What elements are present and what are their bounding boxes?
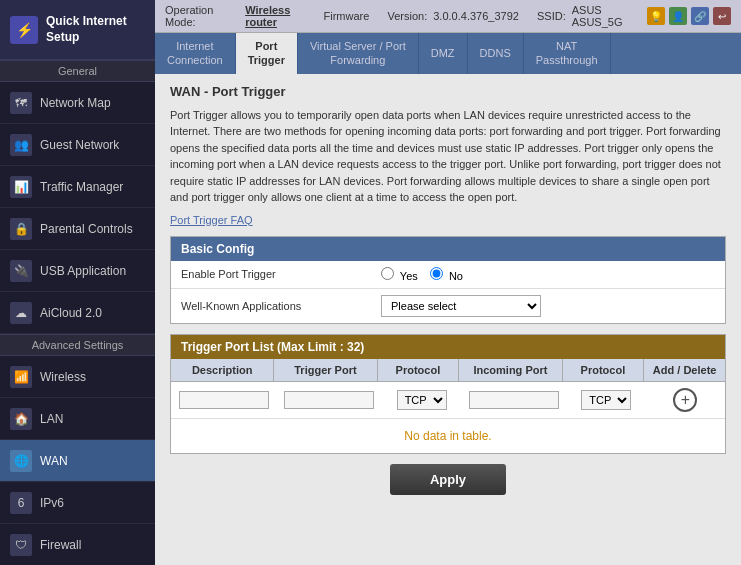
ssid-value: ASUS ASUS_5G [572, 4, 647, 28]
well-known-apps-label: Well-Known Applications [181, 300, 381, 312]
topbar-icon-4[interactable]: ↩ [713, 7, 731, 25]
quick-setup-icon: ⚡ [10, 16, 38, 44]
parental-controls-icon: 🔒 [10, 218, 32, 240]
general-section-label: General [0, 60, 155, 82]
lan-label: LAN [40, 412, 63, 426]
cell-trigger-port [277, 391, 383, 409]
col-protocol-1: Protocol [378, 359, 460, 381]
cell-add-delete: + [646, 388, 725, 412]
firewall-icon: 🛡 [10, 534, 32, 556]
table-header: Description Trigger Port Protocol Incomi… [171, 359, 725, 382]
protocol-1-select[interactable]: TCP [397, 390, 447, 410]
radio-no[interactable] [430, 267, 443, 280]
trigger-port-input[interactable] [284, 391, 374, 409]
network-map-label: Network Map [40, 96, 111, 110]
guest-network-icon: 👥 [10, 134, 32, 156]
operation-mode-value: Wireless router [245, 4, 317, 28]
cell-description [171, 391, 277, 409]
network-map-icon: 🗺 [10, 92, 32, 114]
sidebar-item-network-map[interactable]: 🗺 Network Map [0, 82, 155, 124]
topbar-icon-1[interactable]: 💡 [647, 7, 665, 25]
sidebar-header-label: Quick Internet Setup [46, 14, 145, 45]
cell-protocol-1: TCP [382, 390, 461, 410]
sidebar-item-usb-application[interactable]: 🔌 USB Application [0, 250, 155, 292]
sidebar-header[interactable]: ⚡ Quick Internet Setup [0, 0, 155, 60]
tab-virtual-server[interactable]: Virtual Server / PortForwarding [298, 33, 419, 74]
add-row-button[interactable]: + [673, 388, 697, 412]
sidebar-item-ipv6[interactable]: 6 IPv6 [0, 482, 155, 524]
no-data-message: No data in table. [171, 419, 725, 453]
enable-port-trigger-radios: Yes No [381, 267, 463, 282]
page-title: WAN - Port Trigger [170, 84, 726, 99]
tab-dmz[interactable]: DMZ [419, 33, 468, 74]
yes-text: Yes [400, 270, 418, 282]
advanced-section-label: Advanced Settings [0, 334, 155, 356]
table-input-row: TCP TCP + [171, 382, 725, 419]
wireless-icon: 📶 [10, 366, 32, 388]
basic-config-section: Basic Config Enable Port Trigger Yes No … [170, 236, 726, 324]
main-content: Operation Mode: Wireless router Firmware… [155, 0, 741, 565]
apply-button[interactable]: Apply [390, 464, 506, 495]
sidebar-item-traffic-manager[interactable]: 📊 Traffic Manager [0, 166, 155, 208]
col-trigger-port: Trigger Port [274, 359, 377, 381]
radio-no-label[interactable]: No [430, 267, 463, 282]
topbar-icon-3[interactable]: 🔗 [691, 7, 709, 25]
well-known-apps-row: Well-Known Applications Please select [171, 289, 725, 323]
col-incoming-port: Incoming Port [459, 359, 562, 381]
page-description: Port Trigger allows you to temporarily o… [170, 107, 726, 206]
version-label: Version: [388, 10, 428, 22]
ssid-label: SSID: [537, 10, 566, 22]
cell-protocol-2: TCP [567, 390, 646, 410]
ipv6-icon: 6 [10, 492, 32, 514]
tab-ddns[interactable]: DDNS [468, 33, 524, 74]
wan-icon: 🌐 [10, 450, 32, 472]
enable-port-trigger-row: Enable Port Trigger Yes No [171, 261, 725, 289]
wan-label: WAN [40, 454, 68, 468]
radio-yes-label[interactable]: Yes [381, 267, 418, 282]
topbar: Operation Mode: Wireless router Firmware… [155, 0, 741, 33]
lan-icon: 🏠 [10, 408, 32, 430]
no-text: No [449, 270, 463, 282]
usb-application-icon: 🔌 [10, 260, 32, 282]
ipv6-label: IPv6 [40, 496, 64, 510]
usb-application-label: USB Application [40, 264, 126, 278]
aicloud-label: AiCloud 2.0 [40, 306, 102, 320]
col-protocol-2: Protocol [563, 359, 645, 381]
tab-port-trigger[interactable]: PortTrigger [236, 33, 298, 74]
sidebar-item-aicloud[interactable]: ☁ AiCloud 2.0 [0, 292, 155, 334]
description-input[interactable] [179, 391, 269, 409]
topbar-info: Operation Mode: Wireless router Firmware… [165, 4, 647, 28]
sidebar: ⚡ Quick Internet Setup General 🗺 Network… [0, 0, 155, 565]
nav-tabs: InternetConnection PortTrigger Virtual S… [155, 33, 741, 74]
trigger-port-list-header: Trigger Port List (Max Limit : 32) [171, 335, 725, 359]
tab-internet-connection[interactable]: InternetConnection [155, 33, 236, 74]
firmware-label: Firmware [324, 10, 370, 22]
topbar-icon-2[interactable]: 👤 [669, 7, 687, 25]
content-area: WAN - Port Trigger Port Trigger allows y… [155, 74, 741, 565]
trigger-port-list-section: Trigger Port List (Max Limit : 32) Descr… [170, 334, 726, 454]
sidebar-item-lan[interactable]: 🏠 LAN [0, 398, 155, 440]
parental-controls-label: Parental Controls [40, 222, 133, 236]
wireless-label: Wireless [40, 370, 86, 384]
faq-link[interactable]: Port Trigger FAQ [170, 214, 726, 226]
col-add-delete: Add / Delete [644, 359, 725, 381]
tab-nat-passthrough[interactable]: NATPassthrough [524, 33, 611, 74]
sidebar-item-wan[interactable]: 🌐 WAN [0, 440, 155, 482]
guest-network-label: Guest Network [40, 138, 119, 152]
col-description: Description [171, 359, 274, 381]
incoming-port-input[interactable] [469, 391, 559, 409]
traffic-manager-icon: 📊 [10, 176, 32, 198]
cell-incoming-port [461, 391, 567, 409]
enable-port-trigger-label: Enable Port Trigger [181, 268, 381, 280]
protocol-2-select[interactable]: TCP [581, 390, 631, 410]
topbar-icons: 💡 👤 🔗 ↩ [647, 7, 731, 25]
well-known-apps-select[interactable]: Please select [381, 295, 541, 317]
sidebar-item-guest-network[interactable]: 👥 Guest Network [0, 124, 155, 166]
sidebar-item-wireless[interactable]: 📶 Wireless [0, 356, 155, 398]
sidebar-item-firewall[interactable]: 🛡 Firewall [0, 524, 155, 565]
basic-config-header: Basic Config [171, 237, 725, 261]
traffic-manager-label: Traffic Manager [40, 180, 123, 194]
sidebar-item-parental-controls[interactable]: 🔒 Parental Controls [0, 208, 155, 250]
aicloud-icon: ☁ [10, 302, 32, 324]
radio-yes[interactable] [381, 267, 394, 280]
